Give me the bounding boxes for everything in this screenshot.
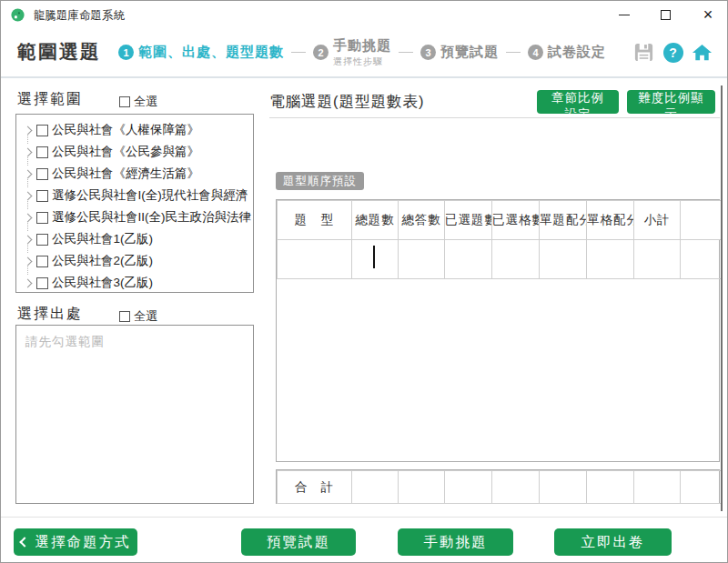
- minimize-button[interactable]: [604, 1, 644, 28]
- minimize-icon: [619, 15, 630, 15]
- tree-item-civics-human-rights[interactable]: 公民與社會《人權保障篇》: [23, 119, 253, 141]
- cell-extra[interactable]: [681, 240, 722, 279]
- step-separator: [399, 52, 413, 53]
- source-select-all-checkbox[interactable]: [119, 311, 130, 322]
- tree-item-civics-participation[interactable]: 公民與社會《公民參與篇》: [23, 141, 253, 163]
- tree-item-checkbox[interactable]: [36, 277, 48, 289]
- app-window: 龍騰題庫命題系統 × 範圍選題 1 範圍、出處、題型題數 2 手動挑題 選擇性步…: [0, 0, 728, 563]
- expand-chevron-icon[interactable]: [24, 278, 33, 287]
- total-cell: [587, 471, 634, 504]
- text-caret: [373, 246, 375, 268]
- difficulty-ratio-button[interactable]: 難度比例顯示: [627, 90, 715, 114]
- type-order-default-chip[interactable]: 題型順序預設: [276, 172, 364, 190]
- step-3-number: 3: [420, 45, 436, 60]
- range-tree: 公民與社會《人權保障篇》 公民與社會《公民參與篇》 公民與社會《經濟生活篇》 選…: [15, 114, 254, 293]
- source-placeholder: 請先勾選範圍: [25, 334, 244, 350]
- cell-total-answers[interactable]: [399, 240, 445, 279]
- col-points-per-question: 單題配分: [540, 201, 587, 240]
- wizard-steps: 1 範圍、出處、題型題數 2 手動挑題 選擇性步驟 3 預覽試題 4 試卷設定: [118, 28, 606, 76]
- cell-question-type[interactable]: [278, 240, 352, 279]
- close-button[interactable]: ×: [688, 1, 728, 28]
- step-4-paper-settings: 4 試卷設定: [528, 44, 606, 61]
- cell-selected-questions[interactable]: [445, 240, 492, 279]
- range-select-all[interactable]: 全選: [119, 94, 157, 110]
- range-select-all-label: 全選: [134, 94, 157, 110]
- total-cell: [399, 471, 445, 504]
- window-title: 龍騰題庫命題系統: [34, 8, 125, 24]
- tree-item-elective-2[interactable]: 選修公民與社會II(全)民主政治與法律: [23, 206, 253, 228]
- tree-item-label: 公民與社會《公民參與篇》: [52, 144, 199, 160]
- expand-chevron-icon[interactable]: [24, 126, 33, 135]
- total-cell: [634, 471, 681, 504]
- right-panel-divider: [269, 117, 720, 118]
- tree-item-civics-3b[interactable]: 公民與社會3(乙版): [23, 272, 253, 293]
- total-cell: [681, 471, 722, 504]
- col-total-questions: 總題數: [352, 201, 399, 240]
- expand-chevron-icon[interactable]: [24, 169, 33, 178]
- header-divider: [1, 76, 727, 78]
- cell-points-per-question[interactable]: [540, 240, 587, 279]
- preview-questions-button[interactable]: 預覽試題: [241, 528, 356, 556]
- step-1-label: 範圍、出處、題型題數: [138, 44, 284, 61]
- tree-item-checkbox[interactable]: [36, 190, 48, 202]
- computer-selection-title: 電腦選題(題型題數表): [269, 92, 425, 112]
- tree-item-checkbox[interactable]: [36, 168, 48, 180]
- page-header: 範圍選題 1 範圍、出處、題型題數 2 手動挑題 選擇性步驟 3 預覽試題: [1, 28, 727, 76]
- generate-paper-button[interactable]: 立即出卷: [554, 528, 672, 556]
- tree-item-label: 公民與社會1(乙版): [52, 231, 153, 247]
- step-separator: [506, 52, 521, 53]
- total-label: 合 計: [278, 471, 352, 504]
- tree-item-checkbox[interactable]: [36, 256, 48, 267]
- col-question-type: 題 型: [278, 201, 352, 240]
- app-logo-icon: [10, 7, 25, 23]
- step-1-range: 1 範圍、出處、題型題數: [118, 44, 284, 61]
- tree-item-civics-economic-life[interactable]: 公民與社會《經濟生活篇》: [23, 163, 253, 185]
- tree-item-checkbox[interactable]: [36, 146, 48, 158]
- col-subtotal: 小計: [634, 201, 681, 240]
- source-select-all[interactable]: 全選: [119, 308, 157, 325]
- col-extra: [681, 201, 722, 240]
- tree-item-civics-1b[interactable]: 公民與社會1(乙版): [23, 228, 253, 250]
- scrollbar[interactable]: [721, 85, 723, 511]
- step-separator: [291, 52, 306, 53]
- cell-total-questions-input[interactable]: [352, 240, 399, 279]
- home-icon: [692, 42, 713, 63]
- tree-item-label: 公民與社會3(乙版): [52, 275, 153, 291]
- expand-chevron-icon[interactable]: [24, 191, 33, 200]
- maximize-button[interactable]: [645, 1, 685, 28]
- tree-item-label: 選修公民與社會II(全)民主政治與法律: [52, 209, 251, 226]
- back-button-label: 選擇命題方式: [35, 533, 131, 552]
- cell-selected-blanks[interactable]: [492, 240, 540, 279]
- back-to-method-button[interactable]: 選擇命題方式: [14, 528, 137, 556]
- step-3-label: 預覽試題: [440, 44, 499, 61]
- source-select-all-label: 全選: [134, 308, 157, 325]
- expand-chevron-icon[interactable]: [24, 213, 33, 222]
- question-type-table: 題 型 總題數 總答數 已選題數 已選格數 單題配分 單格配分 小計: [276, 199, 720, 462]
- step-2-number: 2: [313, 45, 329, 60]
- help-button[interactable]: ?: [662, 42, 683, 63]
- manual-pick-button[interactable]: 手動挑題: [398, 528, 513, 556]
- tree-item-checkbox[interactable]: [36, 212, 48, 224]
- window-titlebar: 龍騰題庫命題系統 ×: [1, 1, 727, 28]
- maximize-icon: [661, 10, 671, 20]
- range-select-all-checkbox[interactable]: [119, 96, 130, 107]
- step-3-preview: 3 預覽試題: [420, 44, 499, 61]
- page-title: 範圍選題: [17, 39, 101, 65]
- chapter-ratio-button[interactable]: 章節比例設定: [537, 90, 619, 114]
- home-button[interactable]: [692, 42, 713, 63]
- expand-chevron-icon[interactable]: [24, 235, 33, 244]
- tree-item-checkbox[interactable]: [36, 125, 48, 136]
- expand-chevron-icon[interactable]: [24, 147, 33, 156]
- total-cell: [445, 471, 492, 504]
- total-cell: [492, 471, 540, 504]
- tree-item-civics-2b[interactable]: 公民與社會2(乙版): [23, 250, 253, 272]
- tree-item-elective-1[interactable]: 選修公民與社會I(全)現代社會與經濟: [23, 185, 253, 206]
- source-section-title: 選擇出處: [17, 305, 83, 324]
- tree-item-checkbox[interactable]: [36, 234, 48, 246]
- cell-subtotal[interactable]: [634, 240, 681, 279]
- total-row: 合 計: [278, 471, 722, 504]
- table-row: [278, 240, 722, 279]
- expand-chevron-icon[interactable]: [24, 256, 33, 266]
- cell-points-per-blank[interactable]: [587, 240, 634, 279]
- save-button[interactable]: [633, 42, 654, 63]
